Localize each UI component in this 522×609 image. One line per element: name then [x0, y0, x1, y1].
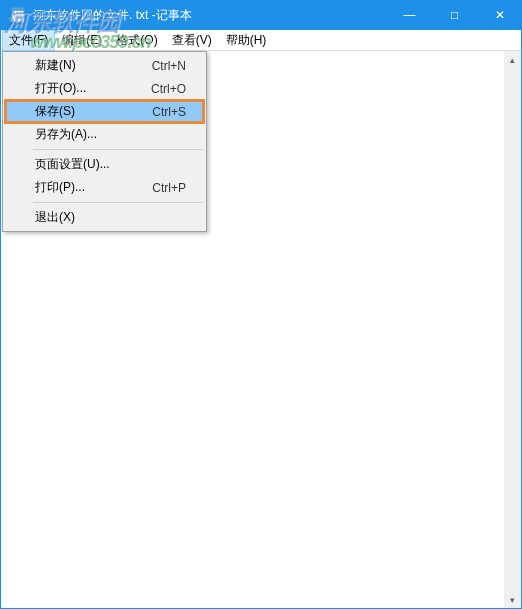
- close-button[interactable]: ✕: [477, 0, 522, 30]
- menu-item-label: 退出(X): [35, 209, 186, 226]
- menu-label: 查看(V): [172, 33, 212, 47]
- menu-item-open[interactable]: 打开(O)... Ctrl+O: [5, 77, 204, 100]
- scroll-down-button[interactable]: ▾: [504, 591, 521, 608]
- menu-item-label: 页面设置(U)...: [35, 156, 186, 173]
- menu-label: 帮助(H): [226, 33, 267, 47]
- menu-item-new[interactable]: 新建(N) Ctrl+N: [5, 54, 204, 77]
- minimize-button[interactable]: —: [387, 0, 432, 30]
- scroll-up-button[interactable]: ▴: [504, 51, 521, 68]
- svg-rect-1: [12, 8, 24, 11]
- menu-separator: [33, 149, 203, 150]
- menu-label: 文件(F): [9, 33, 48, 47]
- maximize-button[interactable]: □: [432, 0, 477, 30]
- menu-bar: 文件(F) 编辑(E) 格式(O) 查看(V) 帮助(H): [0, 30, 522, 51]
- menu-item-shortcut: Ctrl+S: [152, 105, 204, 119]
- close-icon: ✕: [495, 8, 505, 22]
- notepad-icon: [8, 5, 28, 25]
- menu-item-print[interactable]: 打印(P)... Ctrl+P: [5, 176, 204, 199]
- menu-file[interactable]: 文件(F): [2, 30, 55, 51]
- menu-item-shortcut: Ctrl+O: [151, 82, 204, 96]
- menu-separator: [33, 202, 203, 203]
- maximize-icon: □: [451, 8, 458, 22]
- menu-edit[interactable]: 编辑(E): [55, 30, 109, 51]
- menu-item-save-as[interactable]: 另存为(A)...: [5, 123, 204, 146]
- menu-format[interactable]: 格式(O): [109, 30, 164, 51]
- menu-item-label: 新建(N): [35, 57, 152, 74]
- menu-item-shortcut: Ctrl+N: [152, 59, 204, 73]
- window-title: 河东软件园的文件. txt -记事本: [33, 7, 387, 24]
- title-bar: 河东软件园的文件. txt -记事本 — □ ✕: [0, 0, 522, 30]
- menu-item-label: 另存为(A)...: [35, 126, 186, 143]
- menu-item-label: 打开(O)...: [35, 80, 151, 97]
- menu-item-save[interactable]: 保存(S) Ctrl+S: [5, 100, 204, 123]
- menu-item-exit[interactable]: 退出(X): [5, 206, 204, 229]
- menu-item-shortcut: Ctrl+P: [152, 181, 204, 195]
- menu-item-label: 打印(P)...: [35, 179, 152, 196]
- menu-view[interactable]: 查看(V): [165, 30, 219, 51]
- minimize-icon: —: [404, 8, 416, 22]
- chevron-down-icon: ▾: [510, 595, 515, 605]
- chevron-up-icon: ▴: [510, 55, 515, 65]
- menu-label: 格式(O): [116, 33, 157, 47]
- menu-label: 编辑(E): [62, 33, 102, 47]
- menu-item-label: 保存(S): [35, 103, 152, 120]
- vertical-scrollbar[interactable]: ▴ ▾: [504, 51, 521, 608]
- menu-item-page-setup[interactable]: 页面设置(U)...: [5, 153, 204, 176]
- menu-help[interactable]: 帮助(H): [219, 30, 274, 51]
- file-menu-dropdown: 新建(N) Ctrl+N 打开(O)... Ctrl+O 保存(S) Ctrl+…: [2, 51, 207, 232]
